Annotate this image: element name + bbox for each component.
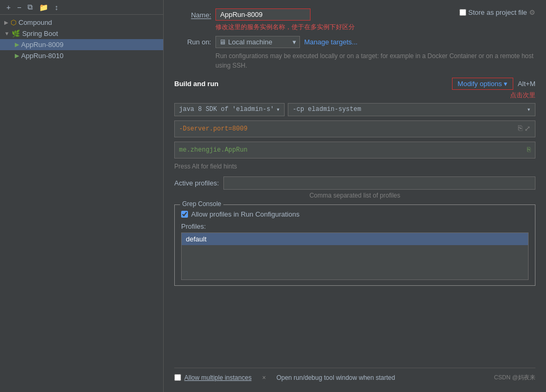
main-class-field[interactable]: me.zhengjie.AppRun ⎘ — [174, 142, 535, 158]
allow-profiles-checkbox[interactable] — [181, 211, 188, 218]
grep-checkbox-row: Allow profiles in Run Configurations — [181, 210, 529, 218]
chevron-icon: ▶ — [4, 20, 8, 25]
springboot-chevron: ▼ — [4, 31, 10, 36]
osdn-label: CSDN @妈夜来 — [494, 374, 535, 381]
sdk-row: java 8 SDK of 'eladmin-s' ▾ -cp eladmin-… — [174, 103, 535, 116]
add-button[interactable]: + — [4, 2, 13, 13]
default-profile-item[interactable]: default — [182, 233, 528, 245]
name-input[interactable] — [215, 8, 310, 21]
footer-separator: × — [262, 374, 266, 381]
compound-icon: ⬡ — [11, 18, 16, 26]
click-annotation: 点击次里 — [510, 91, 535, 99]
copy-main-icon[interactable]: ⎘ — [527, 146, 531, 154]
name-label: Name: — [174, 8, 211, 19]
expand-field-icon[interactable]: ⤢ — [524, 124, 531, 133]
gear-icon[interactable]: ⚙ — [529, 8, 535, 16]
build-run-title: Build and run — [174, 80, 219, 88]
cp-select[interactable]: -cp eladmin-system ▾ — [288, 103, 535, 116]
move-into-button[interactable]: 📁 — [37, 2, 50, 13]
alt-hint: Alt+M — [517, 80, 535, 88]
tree-item-apprun-8010[interactable]: ▶ AppRun-8010 — [0, 50, 163, 61]
open-tool-window-label: Open run/debug tool window when started — [276, 374, 395, 381]
open-tool-window-item: Open run/debug tool window when started — [276, 374, 395, 381]
tree-item-apprun-8009[interactable]: ▶ AppRun-8009 — [0, 39, 163, 50]
cp-label: -cp eladmin-system — [293, 106, 361, 113]
run-on-row: Run on: 🖥 Local machine ▾ Manage targets… — [174, 36, 535, 48]
run-hint: Run configurations may be executed local… — [215, 51, 535, 70]
run-on-label: Run on: — [174, 38, 211, 46]
vm-options-field[interactable]: -Dserver.port=8009 ⎘ ⤢ — [174, 120, 535, 137]
modify-options-button[interactable]: Modify options ▾ — [452, 78, 514, 90]
sdk-label: java 8 SDK of 'eladmin-s' — [179, 106, 274, 113]
apprun-8010-label: AppRun-8010 — [21, 52, 63, 60]
dropdown-arrow-icon: ▾ — [293, 38, 296, 46]
vm-options-value: -Dserver.port=8009 — [179, 125, 248, 133]
profiles-hint: Comma separated list of profiles — [174, 192, 535, 199]
store-row: Store as project file ⚙ — [459, 8, 535, 16]
run-icon-8010: ▶ — [15, 52, 19, 59]
run-icon-8009: ▶ — [15, 41, 19, 48]
name-annotation: 修改这里的服务实例名称，使于在多实例下好区分 — [215, 23, 355, 32]
manage-targets-link[interactable]: Manage targets... — [304, 38, 357, 46]
springboot-label: Spring Boot — [22, 30, 58, 38]
allow-multiple-label: Allow multiple instances — [184, 374, 251, 381]
apprun-8009-label: AppRun-8009 — [21, 41, 63, 49]
tree-item-compound[interactable]: ▶ ⬡ Compound — [0, 17, 163, 28]
remove-button[interactable]: − — [15, 2, 23, 13]
copy-field-icon[interactable]: ⎘ — [518, 124, 522, 133]
vm-field-icons: ⎘ ⤢ — [518, 124, 531, 133]
sort-button[interactable]: ↕ — [52, 2, 60, 13]
active-profiles-input[interactable] — [223, 176, 535, 190]
run-on-select[interactable]: 🖥 Local machine ▾ — [215, 36, 300, 48]
active-profiles-label: Active profiles: — [174, 179, 219, 187]
sidebar: + − ⧉ 📁 ↕ ▶ ⬡ Compound ▼ 🌿 Spring Boot ▶… — [0, 0, 164, 392]
store-label: Store as project file — [468, 8, 527, 16]
allow-multiple-checkbox[interactable] — [174, 374, 181, 381]
profiles-list[interactable]: default — [181, 232, 529, 280]
spring-icon: 🌿 — [12, 30, 20, 38]
compound-label: Compound — [18, 18, 52, 26]
local-machine-icon: 🖥 — [219, 38, 226, 46]
store-checkbox[interactable] — [459, 9, 466, 16]
sdk-select[interactable]: java 8 SDK of 'eladmin-s' ▾ — [174, 103, 285, 116]
main-class-value: me.zhengjie.AppRun — [179, 146, 248, 154]
build-run-header: Build and run Modify options ▾ Alt+M — [174, 78, 535, 90]
grep-legend: Grep Console — [180, 200, 223, 208]
cp-dropdown-icon: ▾ — [527, 106, 531, 114]
main-panel: Name: 修改这里的服务实例名称，使于在多实例下好区分 Store as pr… — [164, 0, 546, 392]
profiles-row: Active profiles: — [174, 176, 535, 190]
field-hint: Press Alt for field hints — [174, 163, 535, 170]
allow-profiles-label: Allow profiles in Run Configurations — [191, 210, 299, 218]
profiles-list-label: Profiles: — [181, 222, 529, 230]
modify-options-label: Modify options — [458, 80, 502, 88]
copy-button[interactable]: ⧉ — [25, 2, 35, 13]
grep-console-box: Grep Console Allow profiles in Run Confi… — [174, 204, 535, 286]
footer-row: Allow multiple instances × Open run/debu… — [174, 368, 535, 384]
sidebar-toolbar: + − ⧉ 📁 ↕ — [0, 0, 163, 15]
tree-item-springboot[interactable]: ▼ 🌿 Spring Boot — [0, 28, 163, 39]
modify-options-arrow: ▾ — [504, 80, 507, 88]
tree-area: ▶ ⬡ Compound ▼ 🌿 Spring Boot ▶ AppRun-80… — [0, 15, 163, 392]
main-class-icons: ⎘ — [527, 146, 531, 154]
local-machine-label: Local machine — [228, 38, 272, 46]
sdk-dropdown-icon: ▾ — [276, 106, 280, 114]
allow-multiple-item: Allow multiple instances — [174, 374, 251, 381]
profile-empty-area — [182, 245, 528, 277]
